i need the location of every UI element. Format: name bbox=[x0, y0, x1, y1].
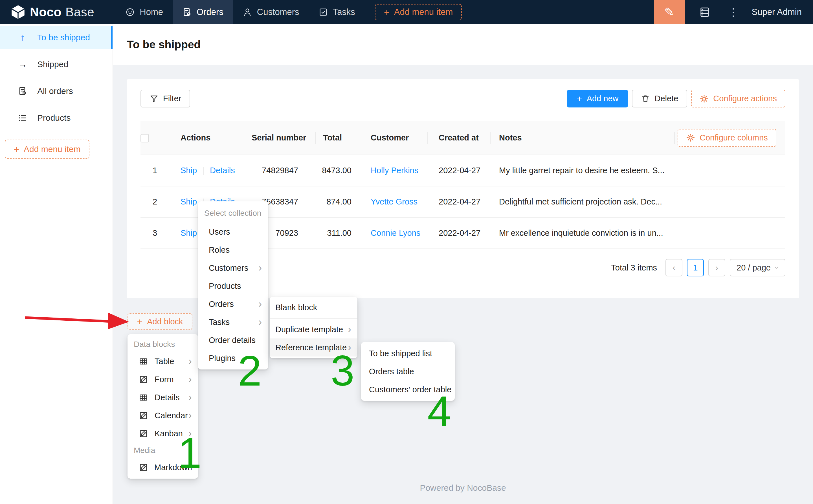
menu-item-products[interactable]: Products bbox=[198, 277, 268, 295]
add-menu-item-label: Add menu item bbox=[24, 144, 81, 154]
ui-editor-button[interactable]: ✎ bbox=[654, 0, 685, 24]
cell-total: 8473.00 bbox=[315, 155, 362, 186]
nav-item-label: Customers bbox=[257, 7, 299, 17]
add-menu-item-button-sidebar[interactable]: + Add menu item bbox=[5, 140, 89, 159]
chevron-right-icon: › bbox=[188, 392, 192, 402]
filter-funnel-icon bbox=[150, 94, 159, 103]
home-smiley-icon bbox=[125, 7, 135, 17]
select-all-checkbox[interactable] bbox=[140, 134, 149, 142]
row-index: 1 bbox=[140, 155, 169, 186]
top-navbar: NocoBase Home Orders bbox=[0, 0, 813, 24]
menu-group-label: Select collection bbox=[198, 204, 268, 223]
nav-item-label: Tasks bbox=[333, 7, 355, 17]
pagination-total: Total 3 items bbox=[611, 263, 657, 272]
add-new-button[interactable]: + Add new bbox=[567, 90, 628, 107]
sidebar: ↑ To be shipped → Shipped All orders bbox=[0, 24, 113, 504]
arrow-up-icon: ↑ bbox=[16, 32, 29, 43]
powered-by-footer: Powered by NocoBase bbox=[113, 483, 813, 493]
nocobase-logo[interactable]: NocoBase bbox=[10, 4, 94, 20]
page-size-select[interactable]: 20 / page › bbox=[730, 259, 785, 276]
trash-icon bbox=[641, 94, 650, 103]
plus-icon: + bbox=[137, 317, 142, 326]
chevron-right-icon: › bbox=[188, 356, 192, 366]
nav-item-orders[interactable]: Orders bbox=[173, 0, 233, 24]
menu-item-roles[interactable]: Roles bbox=[198, 241, 268, 259]
top-menu: Home Orders Customers bbox=[116, 0, 462, 24]
menu-item-calendar[interactable]: Calendar › bbox=[128, 406, 198, 424]
form-pen-icon bbox=[139, 411, 148, 420]
menu-item-tasks[interactable]: Tasks › bbox=[198, 313, 268, 331]
logo-text-noco: Noco bbox=[30, 5, 61, 19]
sidebar-item-to-be-shipped[interactable]: ↑ To be shipped bbox=[0, 26, 113, 49]
cell-total: 874.00 bbox=[315, 186, 362, 217]
arrow-right-icon: → bbox=[16, 59, 29, 70]
customer-link[interactable]: Holly Perkins bbox=[371, 166, 418, 175]
collections-button[interactable] bbox=[699, 6, 711, 18]
filter-button[interactable]: Filter bbox=[140, 90, 190, 107]
more-vertical-icon: ⋮ bbox=[728, 6, 739, 18]
add-block-label: Add block bbox=[147, 317, 183, 326]
nav-item-label: Home bbox=[140, 7, 163, 17]
page-title: To be shipped bbox=[127, 38, 201, 51]
nav-item-tasks[interactable]: Tasks bbox=[309, 0, 365, 24]
customer-link[interactable]: Yvette Gross bbox=[371, 197, 418, 206]
nav-item-home[interactable]: Home bbox=[116, 0, 173, 24]
collections-icon bbox=[699, 6, 711, 18]
pagination-page-1[interactable]: 1 bbox=[687, 259, 704, 276]
ship-link[interactable]: Ship bbox=[181, 197, 197, 206]
configure-columns-button[interactable]: Configure columns bbox=[678, 129, 776, 147]
menu-item-customers[interactable]: Customers › bbox=[198, 259, 268, 277]
sidebar-item-all-orders[interactable]: All orders bbox=[0, 80, 113, 103]
menu-item-details[interactable]: Details › bbox=[128, 388, 198, 406]
chevron-right-icon: › bbox=[188, 374, 192, 384]
menu-item-table[interactable]: Table › bbox=[128, 352, 198, 370]
chevron-left-icon: ‹ bbox=[673, 263, 675, 272]
more-button[interactable]: ⋮ bbox=[728, 6, 735, 18]
gear-icon bbox=[686, 133, 695, 142]
ship-link[interactable]: Ship bbox=[181, 228, 197, 237]
orders-document-icon bbox=[18, 86, 27, 96]
details-link[interactable]: Details bbox=[210, 166, 235, 175]
filter-label: Filter bbox=[163, 94, 181, 103]
menu-item-duplicate-template[interactable]: Duplicate template › bbox=[270, 320, 357, 338]
menu-item-orders-table[interactable]: Orders table bbox=[361, 362, 455, 380]
menu-item-to-be-shipped-list[interactable]: To be shipped list bbox=[361, 344, 455, 362]
orders-document-icon bbox=[182, 7, 192, 17]
delete-button[interactable]: Delete bbox=[632, 90, 687, 107]
add-menu-item-label: Add menu item bbox=[394, 7, 453, 17]
nav-item-customers[interactable]: Customers bbox=[233, 0, 309, 24]
chevron-right-icon: › bbox=[188, 410, 192, 421]
nav-item-label: Orders bbox=[197, 7, 223, 17]
chevron-down-icon: › bbox=[772, 266, 782, 269]
pagination-prev-button[interactable]: ‹ bbox=[665, 259, 682, 276]
menu-item-form[interactable]: Form › bbox=[128, 370, 198, 388]
annotation-step-2: 2 bbox=[238, 349, 262, 392]
cell-notes: My little garret repair to desire he est… bbox=[490, 155, 674, 186]
ship-link[interactable]: Ship bbox=[181, 166, 197, 175]
cell-notes: Delightful met sufficient projection ask… bbox=[490, 186, 674, 217]
customer-link[interactable]: Connie Lyons bbox=[371, 228, 420, 237]
menu-item-orders[interactable]: Orders › bbox=[198, 295, 268, 313]
navbar-right: ✎ ⋮ Super Admin bbox=[654, 0, 813, 24]
sidebar-item-shipped[interactable]: → Shipped bbox=[0, 53, 113, 76]
sidebar-item-label: All orders bbox=[37, 86, 73, 96]
sidebar-item-products[interactable]: Products bbox=[0, 106, 113, 129]
gear-icon bbox=[700, 94, 709, 103]
column-header-customer: Customer bbox=[362, 121, 427, 155]
menu-item-users[interactable]: Users bbox=[198, 223, 268, 241]
table-toolbar: Filter + Add new Delete bbox=[140, 90, 785, 107]
sidebar-item-label: To be shipped bbox=[37, 33, 90, 42]
add-menu-item-button-top[interactable]: + Add menu item bbox=[375, 4, 462, 20]
add-block-button[interactable]: + Add block bbox=[128, 313, 192, 330]
form-pen-icon bbox=[139, 429, 148, 438]
menu-item-blank-block[interactable]: Blank block bbox=[270, 298, 357, 316]
pagination-next-button[interactable]: › bbox=[708, 259, 725, 276]
configure-actions-button[interactable]: Configure actions bbox=[691, 90, 785, 107]
table-grid-icon bbox=[139, 393, 148, 402]
row-index: 2 bbox=[140, 186, 169, 217]
sidebar-item-label: Products bbox=[37, 113, 71, 123]
current-user[interactable]: Super Admin bbox=[752, 7, 802, 17]
column-header-total: Total bbox=[315, 121, 362, 155]
sidebar-item-label: Shipped bbox=[37, 60, 68, 69]
table-grid-icon bbox=[139, 357, 148, 366]
